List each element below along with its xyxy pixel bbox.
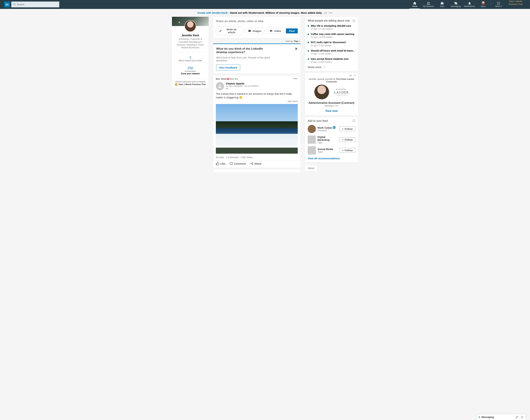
suggestion-avatar[interactable] bbox=[308, 125, 316, 133]
like-button[interactable]: Like bbox=[216, 162, 225, 165]
news-title: Ivies accept fewest students ever bbox=[311, 57, 355, 60]
feed-post: Ben Volek likes this ••• Clayton Sparks … bbox=[213, 75, 301, 168]
news-item[interactable]: Ivies accept fewest students ever1h ago … bbox=[308, 57, 355, 63]
nav-notifications[interactable]: Notifications bbox=[463, 0, 476, 9]
info-icon[interactable]: i bbox=[353, 119, 355, 122]
svg-point-3 bbox=[428, 2, 430, 3]
nav-network[interactable]: My Network bbox=[422, 0, 435, 9]
images-button[interactable]: Images bbox=[245, 28, 265, 34]
about-tab[interactable]: About bbox=[305, 165, 318, 172]
bell-icon bbox=[468, 1, 471, 5]
post-menu-icon[interactable]: ••• bbox=[294, 77, 298, 81]
messaging-icon bbox=[454, 1, 458, 5]
sort-control[interactable]: Sort by: Top▼ bbox=[213, 38, 301, 43]
post-image[interactable] bbox=[216, 104, 298, 154]
suggestion-name[interactable]: Social Media bbox=[318, 148, 333, 151]
suggestion-name[interactable]: Digital Marketing bbox=[317, 135, 338, 141]
show-more-button[interactable]: Show more bbox=[308, 66, 355, 69]
news-item[interactable]: Coffee may come with cancer warning2h ag… bbox=[308, 32, 355, 38]
news-module: What people are talking about now i Why … bbox=[305, 17, 358, 71]
post-button[interactable]: Post bbox=[286, 29, 298, 33]
follow-button[interactable]: +Follow bbox=[339, 148, 355, 153]
plus-icon: + bbox=[342, 138, 344, 141]
premium-upsell[interactable]: Access exclusive tools & insights Start … bbox=[172, 78, 209, 88]
feedback-card: ✕ What do you think of the LinkedIn desk… bbox=[213, 43, 301, 74]
nav-notifications-label: Notifications bbox=[464, 5, 475, 8]
news-title: NYC mulls right to 'disconnect' bbox=[311, 41, 355, 44]
suggestion-subtitle: Topic bbox=[318, 151, 333, 153]
suggestion-avatar[interactable] bbox=[308, 135, 316, 144]
svg-point-7 bbox=[497, 2, 498, 2]
feedback-title: What do you think of the LinkedIn deskto… bbox=[216, 47, 274, 54]
profile-views-stat[interactable]: 2 Who's viewed your profile bbox=[172, 55, 209, 62]
svg-rect-18 bbox=[249, 30, 250, 30]
news-item[interactable]: Why VW is stockpiling 300,000 cars1h ago… bbox=[308, 24, 355, 30]
view-now-link[interactable]: View now bbox=[307, 109, 356, 113]
share-prompt[interactable]: Share an article, photo, video or idea bbox=[216, 19, 298, 23]
nav-work[interactable]: Work ▾ bbox=[492, 0, 505, 9]
follow-button[interactable]: +Follow bbox=[339, 127, 355, 131]
search-input[interactable] bbox=[11, 1, 59, 7]
global-nav: in Home My Network Jobs Messaging Notifi… bbox=[0, 0, 530, 9]
news-meta: 1h ago • 1,840 readers bbox=[311, 53, 355, 55]
svg-point-20 bbox=[219, 85, 221, 86]
ad-tag: Ad bbox=[349, 74, 352, 77]
news-title: Why VW is stockpiling 300,000 cars bbox=[311, 24, 355, 28]
connections-stat[interactable]: 250 Connections Grow your network bbox=[172, 64, 209, 75]
grid-icon bbox=[497, 1, 500, 5]
avatar-icon bbox=[481, 1, 485, 5]
linkedin-logo[interactable]: in bbox=[4, 1, 10, 7]
nav-me[interactable]: Me ▾ bbox=[476, 0, 490, 9]
comment-button[interactable]: Comment bbox=[230, 162, 246, 165]
add-to-feed-module: Add to your feedi Mark CubaninPresident … bbox=[305, 117, 358, 162]
premium-line2: Start 1 Month Premium Trial bbox=[178, 83, 206, 86]
svg-rect-4 bbox=[441, 2, 444, 4]
video-button[interactable]: Video bbox=[266, 28, 284, 34]
share-button[interactable]: Share bbox=[250, 162, 262, 165]
camera-icon bbox=[248, 29, 251, 32]
stat-sublabel: Grow your network bbox=[172, 72, 209, 75]
svg-rect-6 bbox=[455, 3, 457, 4]
suggestion-avatar[interactable] bbox=[308, 146, 316, 155]
post-stats[interactable]: 19 Likes · 2 Comments · 1,562 Views bbox=[213, 154, 300, 160]
profile-avatar[interactable] bbox=[184, 20, 196, 32]
news-item[interactable]: Should off-hours work email be bann...1h… bbox=[308, 49, 355, 55]
close-icon[interactable]: ✕ bbox=[295, 47, 298, 51]
news-meta: 2h ago • 2,455 readers bbox=[311, 44, 355, 47]
profile-name[interactable]: Jennifer Kent bbox=[174, 34, 206, 37]
view-all-link[interactable]: View all recommendations bbox=[308, 157, 355, 160]
follow-button[interactable]: +Follow bbox=[339, 137, 355, 142]
premium-icon bbox=[175, 83, 177, 86]
ad-banner: Create with Shutterstock - Stand out wit… bbox=[0, 9, 530, 17]
plus-icon: + bbox=[342, 128, 344, 130]
news-item[interactable]: NYC mulls right to 'disconnect'2h ago • … bbox=[308, 41, 355, 47]
post-social-actor[interactable]: Ben Volek bbox=[216, 78, 226, 80]
briefcase-icon bbox=[440, 1, 444, 5]
search-box bbox=[11, 1, 59, 7]
news-title: Should off-hours work email be bann... bbox=[311, 49, 355, 52]
post-author-name[interactable]: Clayton Sparks bbox=[226, 82, 259, 85]
ad-link[interactable]: Create with Shutterstock - bbox=[197, 11, 230, 14]
comment-icon bbox=[230, 162, 233, 165]
nav-jobs[interactable]: Jobs bbox=[435, 0, 449, 9]
info-icon[interactable]: i bbox=[353, 19, 355, 22]
nav-messaging[interactable]: Messaging bbox=[449, 0, 463, 9]
nav-home[interactable]: Home bbox=[408, 0, 422, 9]
suggestion-subtitle: President bbox=[318, 129, 335, 132]
nav-me-label: Me ▾ bbox=[481, 5, 486, 8]
ad-menu-icon[interactable]: ••• bbox=[329, 11, 333, 14]
ad-menu-icon[interactable]: ••• bbox=[353, 74, 356, 77]
write-article-button[interactable]: Write an article bbox=[216, 26, 243, 35]
see-more-link[interactable]: ...see more bbox=[213, 100, 300, 104]
suggestion-name[interactable]: Mark Cubanin bbox=[318, 126, 335, 129]
stat-number: 250 bbox=[172, 66, 209, 70]
svg-point-10 bbox=[497, 3, 498, 4]
network-icon bbox=[427, 1, 430, 5]
post-author-avatar[interactable] bbox=[216, 82, 224, 90]
svg-point-0 bbox=[14, 3, 15, 5]
premium-upsell-link[interactable]: Start 1 Month Premium Trial bbox=[505, 0, 526, 9]
news-meta: 2h ago • 23,833 readers bbox=[311, 36, 355, 38]
svg-point-15 bbox=[499, 4, 500, 5]
give-feedback-button[interactable]: Give Feedback bbox=[216, 65, 240, 71]
suggestion-subtitle: Topic bbox=[317, 141, 338, 144]
